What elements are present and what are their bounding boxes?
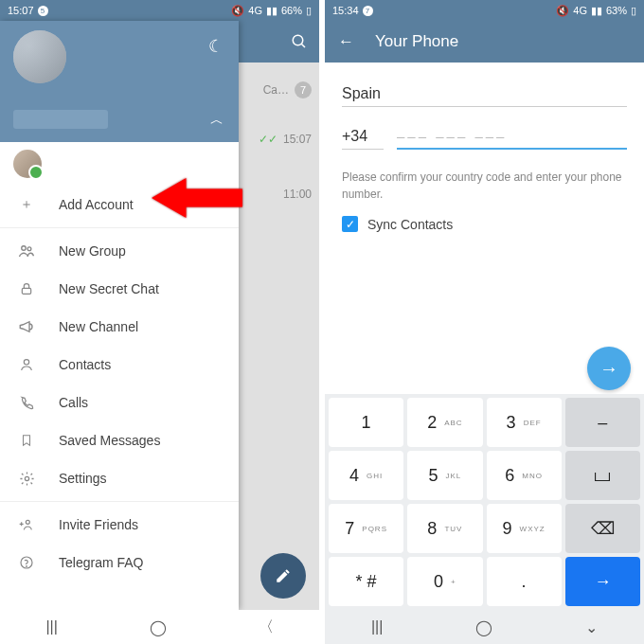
svg-point-7 — [26, 520, 29, 524]
key-5[interactable]: 5JKL — [407, 451, 482, 500]
signal-icon: ▮▮ — [591, 5, 602, 17]
key-9[interactable]: 9WXYZ — [487, 504, 562, 553]
svg-line-1 — [301, 44, 305, 47]
sidebar-item-label: New Channel — [59, 319, 138, 334]
sidebar-item-saved[interactable]: Saved Messages — [0, 421, 239, 459]
verified-icon — [28, 165, 44, 180]
unread-badge: 7 — [295, 81, 312, 98]
svg-point-9 — [27, 566, 27, 567]
chat-row[interactable]: ✓✓ 15:07 — [259, 133, 312, 146]
sidebar-item-label: Contacts — [59, 357, 111, 372]
recents-button[interactable]: ||| — [45, 618, 57, 635]
sidebar-item-contacts[interactable]: Contacts — [0, 346, 239, 384]
notification-badge: 5 — [38, 6, 48, 16]
checks-icon: ✓✓ — [259, 133, 277, 146]
left-screenshot: 15:07 5 🔇 4G ▮▮ 66% ▯ Ca… 7 ✓✓ 15:07 11:… — [0, 0, 319, 644]
help-icon — [17, 555, 36, 570]
key-4[interactable]: 4GHI — [329, 451, 403, 500]
next-fab[interactable]: → — [587, 347, 631, 390]
svg-point-2 — [22, 246, 27, 251]
key-space[interactable]: ⌴ — [565, 451, 640, 500]
back-button[interactable]: 〈 — [259, 617, 274, 637]
svg-marker-10 — [152, 178, 242, 218]
key-7[interactable]: 7PQRS — [329, 504, 403, 553]
sidebar-item-new-group[interactable]: New Group — [0, 232, 239, 270]
chat-row[interactable]: Ca… 7 — [263, 81, 312, 98]
mute-icon: 🔇 — [556, 5, 569, 17]
country-field[interactable]: Spain — [342, 81, 627, 107]
key-dash[interactable]: – — [565, 398, 640, 447]
sidebar-item-label: New Group — [59, 243, 126, 259]
sidebar-item-invite[interactable]: Invite Friends — [0, 506, 239, 544]
numeric-keypad: 12ABC3DEF–4GHI5JKL6MNO⌴7PQRS8TUV9WXYZ⌫* … — [325, 394, 644, 610]
android-navbar: ||| ◯ 〈 — [0, 610, 319, 644]
chat-time: 11:00 — [283, 188, 312, 201]
key-1[interactable]: 1 — [329, 398, 403, 447]
lock-icon — [17, 281, 36, 296]
add-account-label: Add Account — [59, 197, 134, 212]
chat-name: Ca… — [263, 83, 289, 97]
checkbox-checked-icon[interactable]: ✓ — [342, 216, 358, 232]
sidebar-item-secret-chat[interactable]: New Secret Chat — [0, 270, 239, 308]
key-go[interactable]: → — [565, 557, 640, 606]
key-3[interactable]: 3DEF — [487, 398, 562, 447]
phone-form: Spain +34 ––– ––– ––– Please confirm you… — [325, 63, 644, 232]
key-6[interactable]: 6MNO — [487, 451, 562, 500]
status-time: 15:07 — [8, 5, 34, 16]
key-0[interactable]: 0+ — [407, 557, 482, 606]
plus-icon: ＋ — [17, 196, 36, 213]
sync-label: Sync Contacts — [367, 217, 453, 232]
android-navbar: ||| ◯ ⌄ — [325, 610, 644, 644]
phone-number-input[interactable]: ––– ––– ––– — [397, 124, 627, 150]
network-label: 4G — [248, 5, 262, 16]
key-2[interactable]: 2ABC — [407, 398, 482, 447]
invite-icon — [17, 517, 36, 532]
key-* #[interactable]: * # — [329, 557, 403, 606]
svg-point-5 — [24, 360, 28, 365]
chevron-up-icon[interactable]: ︿ — [210, 112, 224, 129]
network-label: 4G — [573, 5, 587, 16]
sync-contacts-row[interactable]: ✓ Sync Contacts — [342, 216, 627, 232]
battery-label: 63% — [606, 5, 627, 16]
ime-switch-button[interactable]: ⌄ — [585, 618, 598, 636]
home-button[interactable]: ◯ — [475, 618, 492, 636]
battery-label: 66% — [281, 5, 302, 16]
page-title: Your Phone — [375, 32, 458, 51]
chat-row[interactable]: 11:00 — [283, 188, 312, 201]
sidebar-item-settings[interactable]: Settings — [0, 459, 239, 497]
mute-icon: 🔇 — [231, 5, 244, 17]
right-screenshot: 15:34 7 🔇 4G ▮▮ 63% ▯ ← Your Phone Spain… — [325, 0, 644, 644]
signal-icon: ▮▮ — [266, 5, 277, 17]
users-icon — [17, 242, 36, 259]
status-bar: 15:07 5 🔇 4G ▮▮ 66% ▯ — [0, 0, 319, 21]
status-time: 15:34 — [332, 5, 359, 16]
sidebar-item-label: New Secret Chat — [59, 281, 159, 296]
search-icon[interactable] — [291, 33, 308, 50]
key-.[interactable]: . — [487, 557, 562, 606]
back-icon[interactable]: ← — [338, 32, 354, 51]
phone-icon — [17, 395, 36, 410]
avatar[interactable] — [13, 30, 66, 83]
hint-text: Please confirm your country code and ent… — [342, 169, 627, 203]
key-8[interactable]: 8TUV — [407, 504, 482, 553]
home-button[interactable]: ◯ — [150, 618, 167, 636]
recents-button[interactable]: ||| — [371, 618, 383, 635]
sidebar-item-calls[interactable]: Calls — [0, 384, 239, 421]
night-mode-icon[interactable]: ☾ — [208, 36, 224, 57]
compose-fab[interactable] — [260, 553, 306, 599]
key-backspace[interactable]: ⌫ — [565, 504, 640, 553]
status-bar: 15:34 7 🔇 4G ▮▮ 63% ▯ — [325, 0, 644, 21]
megaphone-icon — [17, 318, 36, 335]
avatar-small — [13, 150, 42, 178]
svg-point-6 — [25, 476, 28, 480]
notification-badge: 7 — [363, 6, 373, 16]
bookmark-icon — [17, 433, 36, 448]
country-code-field[interactable]: +34 — [342, 124, 384, 150]
sidebar-item-new-channel[interactable]: New Channel — [0, 308, 239, 346]
battery-icon: ▯ — [631, 5, 636, 17]
sidebar-item-label: Calls — [59, 395, 88, 410]
sidebar-item-faq[interactable]: Telegram FAQ — [0, 544, 239, 581]
sidebar-item-label: Saved Messages — [59, 433, 160, 448]
svg-point-3 — [27, 247, 31, 251]
svg-point-0 — [293, 35, 303, 45]
